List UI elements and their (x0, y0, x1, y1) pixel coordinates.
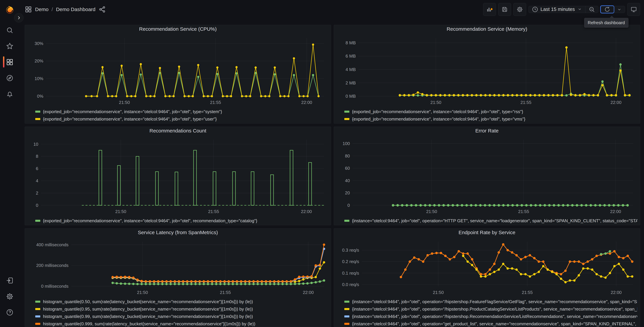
svg-text:10: 10 (34, 142, 38, 147)
legend-item[interactable]: {instance="otelcol:9464", job="otel", op… (344, 320, 637, 327)
legend-item[interactable]: histogram_quantile(0.99, sum(rate(latenc… (35, 313, 328, 320)
svg-text:21:55: 21:55 (210, 100, 221, 105)
svg-text:21:55: 21:55 (520, 100, 531, 105)
sidebar-item-starred[interactable] (0, 38, 19, 54)
search-icon (6, 26, 14, 34)
dashboard-grid: Recommendation Service (CPU%) 0%10%20%30… (19, 19, 644, 327)
dashboard-settings-button[interactable] (514, 3, 526, 16)
legend: {instance="otelcol:9464", job="otel", op… (336, 298, 637, 327)
cpu-chart[interactable]: 0%10%20%30%21:5021:5522:00 (28, 33, 328, 107)
svg-text:21:50: 21:50 (115, 209, 126, 214)
svg-text:200 milliseconds: 200 milliseconds (36, 263, 68, 268)
sidebar-item-alerting[interactable] (0, 86, 19, 102)
time-series-plot[interactable]: 0.0 req/s0.1 req/s0.2 req/s0.3 req/s21:5… (336, 236, 637, 296)
svg-text:80: 80 (345, 154, 350, 158)
svg-text:21:50: 21:50 (430, 100, 441, 105)
top-navigation-bar: Demo / Demo Dashboard (19, 0, 644, 19)
memory-chart[interactable]: 0 MB2 MB4 MB6 MB8 MB21:5021:5522:00 (336, 33, 637, 107)
sidebar-item-sign-in[interactable] (0, 272, 19, 288)
legend: histogram_quantile(0.50, sum(rate(latenc… (28, 298, 328, 327)
refresh-dashboard-button[interactable] (600, 5, 614, 14)
svg-text:21:50: 21:50 (137, 290, 148, 295)
sidebar-item-help[interactable] (0, 304, 19, 320)
grafana-logo-icon[interactable] (5, 5, 14, 14)
time-series-plot[interactable]: 0 MB2 MB4 MB6 MB8 MB21:5021:5522:00 (336, 33, 637, 106)
sidebar-item-dashboards[interactable] (0, 54, 19, 70)
legend-item[interactable]: {exported_job="recommendationservice", i… (35, 115, 328, 123)
legend: {exported_job="recommendationservice", i… (336, 108, 637, 123)
zoom-out-icon (588, 6, 595, 13)
legend-label: {exported_job="recommendationservice", i… (43, 116, 217, 122)
svg-text:21:55: 21:55 (522, 290, 533, 295)
legend-item[interactable]: histogram_quantile(0.999, sum(rate(laten… (35, 320, 328, 327)
svg-text:4 MB: 4 MB (346, 67, 356, 72)
breadcrumb-page-title[interactable]: Demo Dashboard (56, 6, 95, 12)
legend-item[interactable]: {instance="otelcol:9464", job="otel", op… (344, 298, 637, 305)
sidebar-item-explore[interactable] (0, 70, 19, 86)
svg-text:0.0 req/s: 0.0 req/s (342, 282, 359, 287)
legend-item[interactable]: {exported_job="recommendationservice", i… (35, 108, 328, 115)
add-panel-button[interactable] (483, 3, 496, 16)
legend-item[interactable]: {instance="otelcol:9464", job="otel", op… (344, 217, 637, 224)
svg-text:60: 60 (345, 166, 350, 171)
legend-label: {instance="otelcol:9464", job="otel", op… (352, 218, 637, 224)
time-series-plot[interactable]: 0%10%20%30%21:5021:5522:00 (28, 33, 328, 106)
panel-title[interactable]: Service Latency (from SpanMetrics) (28, 228, 328, 236)
panel-title[interactable]: Recommendations Count (28, 127, 328, 135)
refresh-icon (604, 6, 610, 13)
panel-title[interactable]: Endpoint Rate by Service (336, 228, 637, 236)
svg-text:20%: 20% (34, 58, 43, 64)
apps-grid-icon[interactable] (25, 6, 32, 13)
panel-title[interactable]: Recommendation Service (CPU%) (28, 25, 328, 33)
sidebar-item-settings[interactable] (0, 288, 19, 304)
legend-swatch-icon (344, 220, 349, 222)
time-range-zoom-out-button[interactable] (585, 6, 598, 13)
legend-item[interactable]: histogram_quantile(0.50, sum(rate(latenc… (35, 298, 328, 305)
legend-swatch-icon (35, 316, 40, 318)
legend-label: histogram_quantile(0.999, sum(rate(laten… (43, 321, 255, 326)
error-rate-chart[interactable]: 02040608010021:5021:5522:00 (336, 135, 637, 216)
svg-text:30%: 30% (34, 41, 43, 46)
bell-icon (6, 90, 14, 98)
save-dashboard-button[interactable] (498, 3, 511, 16)
svg-text:22:00: 22:00 (610, 100, 622, 105)
refresh-tooltip: Refresh dashboard (584, 18, 628, 28)
time-series-plot[interactable]: 0 milliseconds200 milliseconds400 millis… (28, 236, 328, 296)
sidebar (0, 0, 19, 327)
svg-text:400 milliseconds: 400 milliseconds (36, 242, 68, 247)
svg-text:0%: 0% (37, 94, 43, 99)
legend-item[interactable]: {exported_job="recommendationservice", i… (35, 217, 328, 224)
time-range-picker[interactable]: Last 15 minutes (529, 6, 585, 13)
sidebar-expand-button[interactable] (14, 13, 24, 22)
recommendations-count-chart[interactable]: 024681021:5021:5522:00 (28, 135, 328, 216)
service-latency-chart[interactable]: 0 milliseconds200 milliseconds400 millis… (28, 236, 328, 297)
kiosk-mode-button[interactable] (628, 3, 640, 16)
svg-text:2: 2 (36, 190, 38, 196)
svg-text:0: 0 (348, 203, 350, 208)
breadcrumb: Demo / Demo Dashboard (25, 6, 106, 13)
main-area: Demo / Demo Dashboard (19, 0, 644, 327)
svg-text:40: 40 (345, 178, 350, 183)
legend-label: {instance="otelcol:9464", job="otel", op… (352, 321, 637, 326)
legend-swatch-icon (344, 118, 349, 120)
sidebar-item-search[interactable] (0, 22, 19, 38)
legend-item[interactable]: {exported_job="recommendationservice", i… (344, 108, 637, 115)
breadcrumb-section[interactable]: Demo (35, 6, 48, 12)
time-series-plot[interactable]: 02040608010021:5021:5522:00 (336, 135, 637, 215)
share-icon[interactable] (98, 6, 106, 13)
legend-item[interactable]: histogram_quantile(0.95, sum(rate(latenc… (35, 305, 328, 313)
legend-item[interactable]: {exported_job="recommendationservice", i… (344, 115, 637, 123)
svg-text:0.1 req/s: 0.1 req/s (342, 270, 359, 276)
legend-item[interactable]: {instance="otelcol:9464", job="otel", op… (344, 313, 637, 320)
panel-title[interactable]: Error Rate (336, 127, 637, 135)
legend-item[interactable]: {instance="otelcol:9464", job="otel", op… (344, 305, 637, 313)
time-range-label: Last 15 minutes (540, 6, 575, 12)
time-series-plot[interactable]: 024681021:5021:5522:00 (28, 135, 328, 215)
gear-icon (6, 292, 14, 300)
legend-swatch-icon (344, 323, 349, 325)
legend-label: {instance="otelcol:9464", job="otel", op… (352, 314, 637, 319)
legend-swatch-icon (35, 110, 40, 113)
endpoint-rate-chart[interactable]: 0.0 req/s0.1 req/s0.2 req/s0.3 req/s21:5… (336, 236, 637, 297)
refresh-interval-dropdown[interactable] (614, 6, 625, 13)
panel-recommendation-memory: Recommendation Service (Memory) 0 MB2 MB… (334, 25, 640, 124)
